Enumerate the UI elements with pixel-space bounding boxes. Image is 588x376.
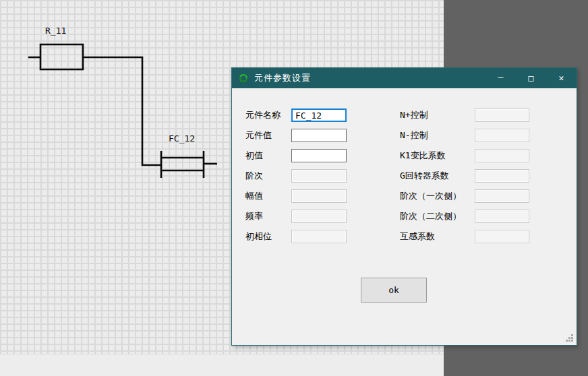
component-name-input[interactable]	[291, 108, 347, 122]
close-button[interactable]: ✕	[546, 68, 577, 88]
dialog-body: 元件名称 元件值 初值 阶次 幅值 频率 初相位 N+控制 N-控制 K1变比系…	[232, 88, 577, 345]
field-label-initial-phase: 初相位	[245, 230, 272, 243]
amplitude-input	[291, 189, 347, 203]
maximize-button[interactable]: □	[516, 68, 546, 88]
field-label-order-secondary: 阶次（二次侧）	[400, 210, 461, 223]
field-label-mutual-inductance: 互感系数	[400, 230, 435, 243]
minimize-button[interactable]: ─	[486, 68, 516, 88]
field-label-n-minus-control: N-控制	[400, 129, 428, 142]
component-value-input[interactable]	[291, 129, 347, 142]
k1-ratio-input	[475, 149, 529, 162]
field-label-n-plus-control: N+控制	[400, 108, 428, 122]
ok-button[interactable]: ok	[361, 278, 427, 303]
field-label-component-value: 元件值	[245, 129, 272, 142]
component-coupled-FC12[interactable]	[161, 151, 217, 178]
n-minus-control-input	[475, 129, 529, 142]
resize-grip[interactable]	[571, 340, 573, 342]
field-label-frequency: 频率	[245, 210, 263, 223]
field-label-k1-ratio: K1变比系数	[400, 149, 446, 162]
mutual-inductance-input	[475, 230, 529, 243]
field-label-order: 阶次	[245, 169, 263, 183]
gyrator-coefficient-input	[475, 169, 529, 183]
n-plus-control-input	[475, 108, 529, 122]
component-resistor-R11[interactable]	[28, 44, 161, 165]
component-parameters-dialog: 元件参数设置 ─ □ ✕ 元件名称 元件值 初值 阶次 幅值 频率 初相位	[231, 67, 577, 346]
field-label-initial-value: 初值	[245, 149, 263, 162]
dialog-titlebar[interactable]: 元件参数设置 ─ □ ✕	[232, 68, 577, 88]
field-label-component-name: 元件名称	[245, 108, 281, 122]
frequency-input	[291, 210, 347, 223]
order-input	[291, 169, 347, 183]
order-secondary-input	[475, 210, 529, 223]
initial-value-input[interactable]	[291, 149, 347, 162]
field-label-order-primary: 阶次（一次侧）	[400, 189, 461, 203]
canvas-bottom-strip	[0, 354, 444, 376]
app-screen: R_11 FC_12 元件参数设置 ─ □ ✕ 元件名称 元件值	[0, 0, 588, 376]
field-label-gyrator-coefficient: G回转器系数	[400, 169, 449, 183]
dialog-title: 元件参数设置	[254, 72, 311, 84]
sync-icon	[238, 73, 249, 84]
window-controls: ─ □ ✕	[486, 68, 577, 88]
component-label-R11: R_11	[45, 26, 66, 36]
component-label-FC12: FC_12	[169, 133, 195, 144]
initial-phase-input	[291, 230, 347, 243]
field-label-amplitude: 幅值	[245, 189, 263, 203]
order-primary-input	[475, 189, 529, 203]
